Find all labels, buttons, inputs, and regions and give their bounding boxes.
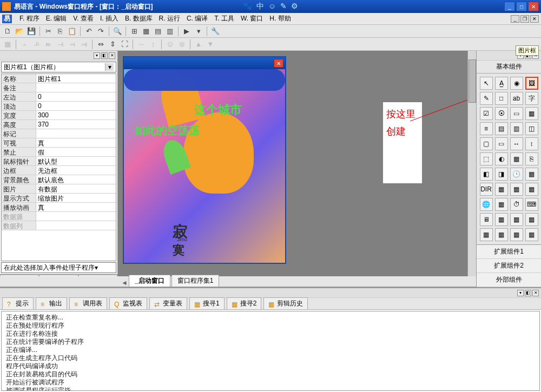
mdi-restore[interactable]: ❐: [520, 15, 529, 23]
property-value[interactable]: 假: [36, 148, 116, 156]
gear-icon[interactable]: ⚙: [291, 2, 298, 11]
property-value[interactable]: 300: [36, 111, 116, 119]
property-value[interactable]: 无边框: [36, 166, 116, 175]
toolbox-item[interactable]: ▦: [525, 168, 538, 181]
toolbox-item[interactable]: ☑: [480, 107, 493, 120]
run-icon[interactable]: ▶: [181, 26, 192, 37]
cut-icon[interactable]: ✂: [43, 26, 54, 37]
toolbox-item[interactable]: ▤: [495, 122, 508, 135]
toolbox-item[interactable]: ⌨: [525, 198, 538, 211]
property-row[interactable]: 数据源: [2, 212, 116, 221]
menu-tools[interactable]: T. 工具: [211, 13, 237, 24]
toolbox-item[interactable]: ▭: [495, 137, 508, 150]
menu-run[interactable]: R. 运行: [156, 13, 183, 24]
toolbox-item[interactable]: □: [495, 92, 508, 105]
property-row[interactable]: 背景颜色默认底色: [2, 175, 116, 184]
toolbox-item[interactable]: ▦: [510, 213, 523, 226]
align-middle-icon[interactable]: ⫤: [67, 39, 77, 50]
property-row[interactable]: 可视真: [2, 138, 116, 148]
menu-compile[interactable]: C. 编译: [183, 13, 211, 24]
toolbox-item[interactable]: A̲: [495, 77, 508, 90]
panel-close-icon[interactable]: ✕: [109, 52, 115, 59]
toolbox-item[interactable]: ⏱: [510, 198, 523, 211]
property-row[interactable]: 显示方式缩放图片: [2, 194, 116, 203]
maximize-button[interactable]: □: [516, 2, 527, 11]
property-row[interactable]: 标记: [2, 129, 116, 138]
copy-icon[interactable]: ⎘: [55, 26, 65, 37]
mdi-close[interactable]: ✕: [530, 15, 539, 23]
toolbox-item[interactable]: ▦: [525, 183, 538, 196]
output-tab[interactable]: ▦搜寻2: [227, 297, 262, 310]
window2-icon[interactable]: ▦: [141, 26, 151, 37]
toolbox-item[interactable]: ▦: [480, 228, 493, 241]
menu-database[interactable]: B. 数据库: [122, 13, 156, 24]
hspace-icon[interactable]: ↔: [136, 39, 147, 50]
toolbox-item[interactable]: 字: [525, 92, 538, 105]
center-h-icon[interactable]: ⊙: [164, 39, 175, 50]
property-value[interactable]: 真: [36, 203, 116, 211]
pencil-icon[interactable]: ✎: [280, 2, 287, 11]
window1-icon[interactable]: ⊞: [129, 26, 140, 37]
property-row[interactable]: 备注: [2, 83, 116, 92]
align-top-icon[interactable]: ⫣: [55, 39, 65, 50]
group-ext1[interactable]: 扩展组件1: [477, 245, 541, 259]
panel-pin-icon[interactable]: ◧: [101, 52, 108, 59]
property-value[interactable]: 0: [36, 92, 116, 101]
canvas-scrollbar[interactable]: [467, 51, 476, 287]
toolbox-item[interactable]: ◉: [510, 77, 523, 90]
align-center-icon[interactable]: ⫡: [31, 39, 42, 50]
toolbox-item[interactable]: ◫: [525, 122, 538, 135]
output-tab[interactable]: ?提示: [2, 297, 34, 310]
toolbox-item[interactable]: ▦: [525, 213, 538, 226]
picture-box[interactable]: 这个城市 如此的空荡荡 寂 Jimo 寞: [124, 69, 285, 263]
component-selector[interactable]: 图片框1（图片框） ▾: [1, 62, 116, 72]
property-value[interactable]: 0: [36, 102, 116, 110]
toolbox-item[interactable]: ↕: [525, 137, 538, 150]
toolbox-item[interactable]: ◨: [495, 168, 508, 181]
toolbox-item[interactable]: 🖥: [480, 213, 493, 226]
find-icon[interactable]: 🔍: [112, 26, 123, 37]
toolbox-item[interactable]: ▦: [525, 228, 538, 241]
menu-program[interactable]: F. 程序: [16, 13, 43, 24]
design-window[interactable]: ✕ 这个城市 如此的空荡荡 寂 Jimo 寞: [123, 56, 286, 264]
panel-close-icon[interactable]: ✕: [532, 290, 539, 296]
paw-icon[interactable]: 🐾: [243, 2, 252, 11]
toolbox-item[interactable]: ◧: [480, 168, 493, 181]
toolbox-item[interactable]: ≡: [480, 122, 493, 135]
toolbox-item[interactable]: ▦: [495, 228, 508, 241]
event-selector[interactable]: 在此处选择加入事件处理子程序 ▾: [1, 262, 116, 273]
same-height-icon[interactable]: ⇕: [107, 39, 118, 50]
design-canvas[interactable]: ✕ 这个城市 如此的空荡荡 寂 Jimo 寞 按这里创建: [118, 51, 476, 287]
toolbox-item[interactable]: ▥: [510, 122, 523, 135]
toolbox-item[interactable]: ✎: [480, 92, 493, 105]
new-icon[interactable]: 🗋: [2, 26, 13, 37]
toolbox-item[interactable]: ▢: [480, 137, 493, 150]
smile-icon[interactable]: ☺: [268, 2, 276, 11]
toolbox-item[interactable]: ◐: [495, 152, 508, 165]
property-value[interactable]: 缩放图片: [36, 194, 116, 202]
toolbox-item[interactable]: ▦: [495, 213, 508, 226]
menu-edit[interactable]: E. 编辑: [43, 13, 70, 24]
toolbox-item[interactable]: ▦: [495, 183, 508, 196]
close-button[interactable]: ✕: [528, 2, 539, 11]
cn-icon[interactable]: 中: [256, 2, 264, 11]
output-tab[interactable]: ▦剪辑历史: [263, 297, 308, 310]
tab-window-set[interactable]: 窗口程序集1: [171, 275, 220, 287]
toolbox-item[interactable]: ▦: [510, 228, 523, 241]
property-row[interactable]: 鼠标指针默认型: [2, 157, 116, 166]
property-value[interactable]: [36, 83, 116, 92]
save-icon[interactable]: 💾: [26, 26, 37, 37]
property-value[interactable]: 默认型: [36, 157, 116, 165]
dropdown-icon[interactable]: ▾: [193, 26, 204, 37]
window3-icon[interactable]: ▤: [153, 26, 163, 37]
align-bottom-icon[interactable]: ⫥: [78, 39, 89, 50]
align-left-icon[interactable]: ⫠: [19, 39, 30, 50]
property-row[interactable]: 播放动画真: [2, 203, 116, 212]
menu-help[interactable]: H. 帮助: [266, 13, 294, 24]
menu-window[interactable]: W. 窗口: [237, 13, 266, 24]
property-row[interactable]: 名称图片框1: [2, 74, 116, 83]
property-grid[interactable]: 名称图片框1备注左边0顶边0宽度300高度370标记可视真禁止假鼠标指针默认型边…: [1, 74, 116, 261]
toolbox-item[interactable]: ⦿: [495, 107, 508, 120]
toolbox-item[interactable]: 🖼: [525, 77, 538, 90]
toolbox-item[interactable]: ⬚: [480, 152, 493, 165]
